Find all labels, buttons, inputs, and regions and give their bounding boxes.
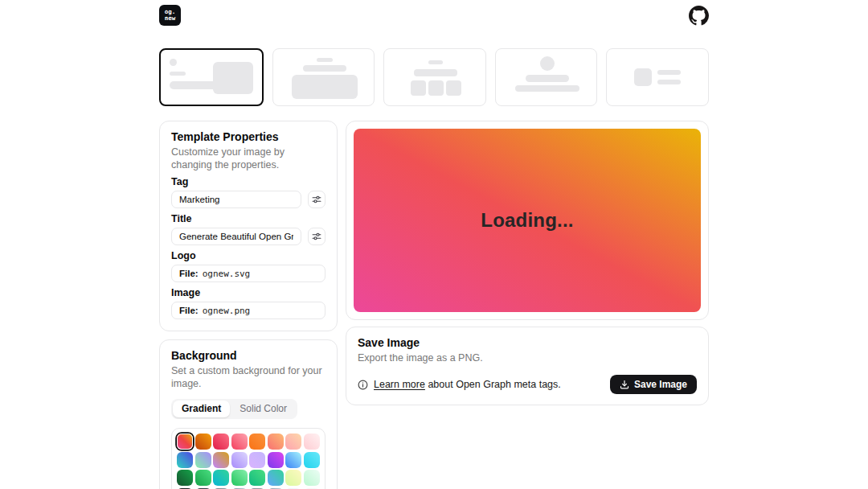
github-icon[interactable]	[689, 6, 709, 26]
panel-title: Background	[171, 348, 326, 363]
learn-more-rest: about Open Graph meta tags.	[425, 379, 561, 390]
loading-text: Loading...	[481, 209, 573, 232]
template-properties-panel: Template Properties Customize your image…	[159, 121, 338, 331]
ognew-logo[interactable]: og. new	[159, 5, 181, 26]
logo-line-2: new	[165, 15, 176, 23]
gradient-swatch-6[interactable]	[268, 434, 284, 450]
logo-label: Logo	[171, 251, 326, 261]
gradient-swatch-17[interactable]	[177, 470, 193, 486]
gradient-swatch-16[interactable]	[304, 452, 320, 468]
learn-more-link[interactable]: Learn more	[374, 379, 425, 390]
template-option-3[interactable]	[383, 48, 486, 106]
header: og. new	[159, 0, 709, 26]
save-image-panel: Save Image Export the image as a PNG. Le…	[346, 327, 709, 405]
gradient-swatch-8[interactable]	[304, 434, 320, 450]
background-type-tabs: Gradient Solid Color	[171, 399, 297, 419]
panel-subtitle: Export the image as a PNG.	[358, 351, 697, 364]
file-prefix: File:	[179, 269, 199, 278]
title-label: Title	[171, 214, 326, 224]
save-image-button[interactable]: Save Image	[610, 375, 697, 394]
title-field: Title	[171, 214, 326, 245]
gradient-swatch-3[interactable]	[213, 434, 229, 450]
template-selector	[159, 48, 709, 106]
gradient-swatch-4[interactable]	[231, 434, 248, 450]
sliders-icon	[312, 195, 321, 204]
image-file-name: ognew.png	[203, 306, 251, 316]
tag-field: Tag	[171, 177, 326, 208]
gradient-swatch-13[interactable]	[249, 452, 265, 468]
gradient-swatch-2[interactable]	[195, 434, 211, 450]
image-label: Image	[171, 288, 326, 298]
gradient-swatch-11[interactable]	[213, 452, 229, 468]
sliders-icon	[312, 232, 321, 241]
gradient-swatch-24[interactable]	[304, 470, 320, 486]
learn-more-text: Learn more about Open Graph meta tags.	[358, 379, 561, 390]
gradient-swatch-14[interactable]	[268, 452, 284, 468]
logo-file-name: ognew.svg	[203, 269, 251, 279]
gradient-swatch-22[interactable]	[268, 470, 284, 486]
template-option-4[interactable]	[495, 48, 598, 106]
left-column: Template Properties Customize your image…	[159, 121, 338, 489]
tag-label: Tag	[171, 177, 326, 187]
gradient-swatch-5[interactable]	[249, 434, 265, 450]
tab-gradient[interactable]: Gradient	[173, 401, 230, 417]
gradient-swatch-12[interactable]	[231, 452, 248, 468]
gradient-swatch-21[interactable]	[249, 470, 265, 486]
app-container: og. new	[159, 0, 709, 489]
template-option-1[interactable]	[159, 48, 264, 106]
title-input[interactable]	[171, 228, 301, 245]
gradient-swatch-23[interactable]	[285, 470, 301, 486]
info-icon	[358, 380, 368, 390]
logo-field: Logo File: ognew.svg	[171, 251, 326, 282]
gradient-swatch-18[interactable]	[195, 470, 211, 486]
image-file-input[interactable]: File: ognew.png	[171, 302, 326, 319]
download-icon	[620, 380, 629, 389]
file-prefix: File:	[179, 306, 199, 315]
gradient-swatch-19[interactable]	[213, 470, 229, 486]
preview-image: Loading...	[354, 129, 701, 312]
right-column: Loading... Save Image Export the image a…	[346, 121, 709, 405]
panel-subtitle: Customize your image by changing the pro…	[171, 146, 326, 171]
tag-input[interactable]	[171, 191, 301, 208]
main-content: Template Properties Customize your image…	[159, 121, 709, 489]
panel-title: Save Image	[358, 335, 697, 350]
background-panel: Background Set a custom background for y…	[159, 339, 338, 489]
image-field: Image File: ognew.png	[171, 288, 326, 319]
gradient-swatch-20[interactable]	[231, 470, 248, 486]
panel-title: Template Properties	[171, 129, 326, 144]
tab-solid-color[interactable]: Solid Color	[231, 401, 296, 417]
gradient-swatch-1[interactable]	[177, 434, 193, 450]
preview-panel: Loading...	[346, 121, 709, 320]
title-settings-button[interactable]	[308, 228, 326, 245]
template-option-5[interactable]	[606, 48, 709, 106]
panel-subtitle: Set a custom background for your image.	[171, 364, 326, 390]
gradient-swatch-grid	[171, 428, 326, 489]
save-button-label: Save Image	[634, 379, 687, 390]
gradient-swatch-10[interactable]	[195, 452, 211, 468]
gradient-swatch-9[interactable]	[177, 452, 193, 468]
logo-file-input[interactable]: File: ognew.svg	[171, 265, 326, 282]
gradient-swatch-7[interactable]	[285, 434, 301, 450]
tag-settings-button[interactable]	[308, 191, 326, 208]
template-option-2[interactable]	[272, 48, 375, 106]
gradient-swatch-15[interactable]	[285, 452, 301, 468]
